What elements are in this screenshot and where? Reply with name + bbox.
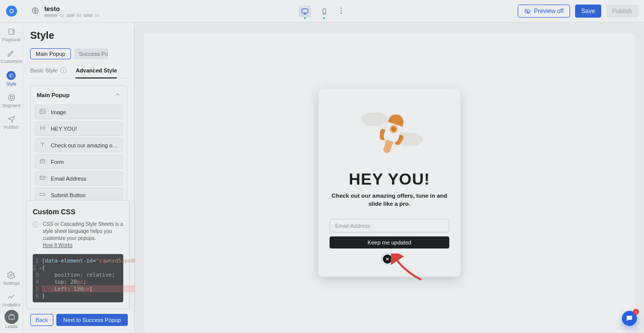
pane-title: Style — [30, 30, 127, 41]
topbar: testo Preview off Save Publish — [0, 0, 644, 23]
app-logo[interactable] — [6, 6, 17, 17]
rail-publish[interactable]: Publish — [4, 115, 19, 130]
rail-style[interactable]: Style — [6, 71, 16, 87]
custom-css-card: Custom CSS i CSS or Cascading Style Shee… — [26, 200, 130, 309]
svg-point-7 — [341, 13, 342, 14]
svg-point-13 — [10, 96, 13, 99]
svg-point-0 — [10, 10, 14, 13]
back-button[interactable]: Back — [30, 314, 53, 326]
svg-point-9 — [11, 74, 11, 75]
rail-settings[interactable]: Settings — [3, 271, 20, 286]
book-icon — [8, 28, 16, 36]
popup-subheading: Check out our amazing offers, tune in an… — [330, 192, 449, 208]
rail-segment[interactable]: Segment — [2, 94, 20, 108]
target-icon — [8, 94, 16, 102]
svg-point-12 — [9, 95, 15, 101]
briefcase-button[interactable] — [5, 310, 19, 324]
svg-rect-22 — [40, 193, 45, 195]
group-main-popup: Main Popup ImageHEY YOU!Check out our am… — [30, 85, 127, 209]
publish-button[interactable]: Publish — [606, 5, 638, 18]
button-icon — [39, 191, 46, 199]
more-icon[interactable] — [337, 7, 345, 16]
chat-icon — [625, 314, 633, 322]
svg-point-10 — [12, 74, 12, 75]
layer-item-text[interactable]: Check out our amazing offers, tun... — [35, 138, 123, 152]
layer-item-form[interactable]: Form — [35, 154, 123, 169]
chevron-up-icon — [115, 92, 121, 99]
palette-icon — [7, 71, 16, 80]
rocket-image — [360, 110, 419, 163]
svg-point-5 — [341, 8, 342, 9]
css-editor[interactable]: 12 ▾3456 [data-element-id="cqwnvd5ups00"… — [33, 254, 123, 302]
next-button[interactable]: Next to Success Popup — [56, 314, 128, 326]
svg-rect-17 — [9, 315, 15, 319]
mobile-icon[interactable] — [318, 6, 330, 18]
popup-preview: HEY YOU! Check out our amazing offers, t… — [318, 89, 460, 277]
preview-button[interactable]: Preview off — [518, 5, 570, 18]
email-field[interactable]: Email Address — [330, 219, 449, 232]
svg-rect-18 — [40, 109, 45, 114]
heading-icon — [39, 125, 46, 132]
canvas-frame: HEY YOU! Check out our amazing offers, t… — [144, 33, 635, 332]
svg-rect-2 — [302, 9, 308, 13]
svg-rect-20 — [40, 159, 45, 163]
eye-off-icon — [524, 8, 531, 15]
how-it-works-link[interactable]: How It Works — [43, 242, 72, 248]
group-main-head[interactable]: Main Popup — [31, 86, 127, 105]
custom-css-title: Custom CSS — [33, 208, 123, 216]
svg-point-14 — [10, 274, 12, 276]
rail-customize[interactable]: Customize — [1, 49, 22, 64]
chat-badge: 1 — [633, 309, 639, 315]
gear-icon — [7, 271, 15, 279]
close-icon — [385, 257, 390, 262]
info-icon[interactable]: i — [60, 67, 66, 73]
svg-point-8 — [9, 73, 13, 77]
viewport-controls — [299, 0, 345, 23]
svg-point-19 — [41, 110, 42, 111]
project-block: testo — [44, 5, 100, 17]
preview-label: Preview off — [534, 8, 564, 15]
chat-button[interactable]: 1 — [622, 311, 637, 326]
layer-item-image[interactable]: Image — [35, 105, 123, 119]
globe-icon[interactable] — [31, 7, 39, 16]
image-icon — [39, 108, 46, 116]
send-icon — [8, 115, 16, 123]
desktop-icon[interactable] — [299, 6, 311, 18]
email-icon — [39, 175, 46, 182]
breadcrumb-skeleton — [44, 14, 100, 17]
close-button[interactable] — [382, 254, 393, 265]
layer-item-email[interactable]: Email Address — [35, 171, 123, 186]
svg-point-4 — [324, 13, 324, 13]
popup-heading: HEY YOU! — [330, 170, 449, 189]
project-title: testo — [44, 5, 100, 13]
custom-css-desc: CSS or Cascading Style Sheets is a style… — [43, 221, 123, 249]
rail-analytics[interactable]: Analytics — [2, 293, 20, 307]
pencil-icon — [7, 49, 15, 57]
svg-point-6 — [341, 10, 342, 11]
popup-cta-button[interactable]: Keep me updated — [330, 236, 449, 248]
left-rail: Playbook Customize Style Segment Publish… — [0, 23, 23, 333]
tab-advanced-style[interactable]: Advanced Style — [75, 67, 117, 78]
layer-item-heading[interactable]: HEY YOU! — [35, 121, 123, 136]
info-icon: i — [33, 221, 39, 227]
annotation-arrow — [391, 254, 426, 284]
rail-playbook[interactable]: Playbook — [2, 28, 21, 42]
save-button[interactable]: Save — [575, 5, 601, 18]
form-icon — [39, 158, 46, 165]
svg-rect-21 — [40, 176, 45, 180]
svg-point-11 — [11, 76, 11, 76]
pill-main-popup[interactable]: Main Popup — [30, 48, 71, 59]
chart-icon — [7, 293, 15, 301]
canvas: HEY YOU! Check out our amazing offers, t… — [135, 23, 644, 333]
pill-success-popup[interactable]: Success Po... — [74, 48, 108, 59]
briefcase-icon — [8, 313, 15, 320]
text-icon — [39, 141, 46, 149]
tab-basic-style[interactable]: Basic Style i — [30, 67, 66, 78]
